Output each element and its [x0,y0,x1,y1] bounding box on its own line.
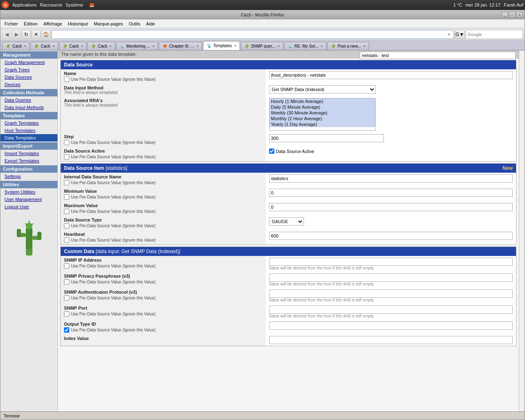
tab-label-7: Templates [213,43,232,48]
menu-affichage[interactable]: Affichage [41,21,65,27]
reload-button[interactable]: ↻ [22,30,31,39]
menu-aide[interactable]: Aide [144,21,158,27]
ds-active-status-checkbox[interactable] [269,148,274,154]
systeme-menu[interactable]: Système [66,2,83,7]
snmp-ip-checkbox[interactable] [64,263,69,269]
tab-cacti-1[interactable]: 🌵 Cacti × [2,42,30,50]
max-checkbox[interactable] [64,209,69,214]
max-input[interactable] [269,203,513,211]
sidebar-item-devices[interactable]: Devices [0,81,57,88]
tab-re[interactable]: 📡 RE: My Sol... × [284,42,326,50]
tab-close-3[interactable]: × [81,44,83,48]
tab-snmp[interactable]: 🌵 SNMP quer... × [241,42,283,50]
sidebar-item-settings[interactable]: Settings [0,173,57,180]
sidebar-item-import-templates[interactable]: Import Templates [0,150,57,157]
dst-select[interactable]: GAUGE COUNTER DERIVE ABSOLUTE [269,217,304,226]
stop-button[interactable]: ✕ [32,30,41,39]
ds-active-checkbox[interactable] [64,154,69,160]
menu-edition[interactable]: Édition [21,21,40,27]
sidebar-item-export-templates[interactable]: Export Templates [0,157,57,164]
menu-fichier[interactable]: Fichier [2,21,21,27]
output-type-label: Output Type ID [64,322,262,326]
raccourcis-menu[interactable]: Raccourcis [40,2,62,7]
sidebar-item-system-utilities[interactable]: System Utilities [0,188,57,196]
url-input[interactable]: http://localhost/cacti/data_templates.ph… [54,32,447,37]
menu-marque-pages[interactable]: Marque-pages [91,21,126,27]
window-controls[interactable]: _ □ × [502,12,523,18]
status-text: Terminé [4,413,20,418]
tab-close-5[interactable]: × [153,44,155,48]
tab-close-10[interactable]: × [363,44,365,48]
snmp-ip-input[interactable] [269,258,513,266]
sidebar-item-data-sources[interactable]: Data Sources [0,73,57,81]
snmp-auth-input[interactable] [269,290,513,298]
snmp-ip-label: SNMP IP Address [64,258,262,262]
dsi-new-link[interactable]: New [502,165,513,171]
go-button[interactable]: G▼ [455,30,465,39]
tab-monitoring[interactable]: 📡 Monitoring ... × [116,42,158,50]
tab-cacti-4[interactable]: 🌵 Cacti × [87,42,115,50]
menu-outils[interactable]: Outils [126,21,143,27]
output-type-checkbox[interactable] [64,327,69,333]
tab-icon-5: 📡 [120,44,125,48]
maximize-button[interactable]: □ [509,12,516,18]
snmp-port-input[interactable] [269,306,513,314]
idsn-input[interactable] [269,174,513,183]
min-input[interactable] [269,189,513,197]
step-input[interactable] [269,134,384,142]
sidebar-item-graph-trees[interactable]: Graph Trees [0,66,57,73]
snmp-auth-checkbox[interactable] [64,295,69,301]
sidebar-item-logout[interactable]: Logout User [0,203,57,210]
name-checkbox[interactable] [64,77,69,82]
output-type-input[interactable] [269,322,513,330]
data-source-section: Data Source Name Use Per-Data Source Val… [60,60,516,162]
snmp-port-checkbox[interactable] [64,311,69,317]
rra-listbox[interactable]: Hourly (1 Minute Average) Daily (5 Minut… [269,98,376,131]
tab-close-9[interactable]: × [321,44,323,48]
index-value-input[interactable] [269,336,513,344]
idsn-checkbox[interactable] [64,180,69,185]
dst-checkbox[interactable] [64,223,69,228]
snmp-port-label: SNMP Port [64,306,262,310]
tab-close-8[interactable]: × [278,44,280,48]
minimize-button[interactable]: _ [502,12,508,18]
tab-close-7[interactable]: × [234,44,236,48]
url-bar[interactable]: http://localhost/cacti/data_templates.ph… [51,30,454,39]
sidebar-item-data-input-methods[interactable]: Data Input Methods [0,104,57,111]
tab-chapter[interactable]: 🦊 Chapter III: ... × [159,42,202,50]
sidebar-item-host-templates[interactable]: Host Templates [0,127,57,134]
sidebar-item-graph-management[interactable]: Graph Management [0,59,57,66]
sidebar-section-import: Import/Export [0,142,57,150]
snmp-privacy-input[interactable] [269,274,513,282]
hb-input[interactable] [269,232,513,240]
tab-post[interactable]: 🌵 Post a new... × [327,42,369,50]
dim-select[interactable]: Get SNMP Data (Indexed) Get SNMP Data Sc… [269,85,376,94]
tab-close-4[interactable]: × [110,44,112,48]
tab-cacti-2[interactable]: 🌵 Cacti × [30,42,58,50]
name-input[interactable] [269,71,513,79]
min-checkbox[interactable] [64,194,69,200]
data-source-item-section: Data Source Item [statistics] New Intern… [60,163,516,245]
search-input[interactable] [468,32,524,37]
close-button[interactable]: × [516,12,523,18]
forward-button[interactable]: ▶ [12,30,21,39]
sidebar-item-user-management[interactable]: User Management [0,196,57,203]
home-button[interactable]: 🏠 [41,30,50,39]
hb-checkbox[interactable] [64,237,69,243]
tab-cacti-3[interactable]: 🌵 Cacti × [59,42,87,50]
applications-menu[interactable]: Applications [12,2,37,7]
sidebar-item-graph-templates[interactable]: Graph Templates [0,119,57,127]
back-button[interactable]: ◀ [2,30,11,39]
snmp-privacy-checkbox[interactable] [64,279,69,285]
sidebar-item-data-queries[interactable]: Data Queries [0,96,57,104]
search-bar[interactable]: 🔍 [466,30,523,39]
template-name-input[interactable] [360,52,516,59]
tab-close-1[interactable]: × [24,44,26,48]
tab-close-6[interactable]: × [196,44,199,48]
tab-templates[interactable]: 📡 Templates × [203,41,240,50]
step-checkbox[interactable] [64,140,69,145]
tab-close-2[interactable]: × [52,44,55,48]
sidebar-item-data-templates[interactable]: Data Templates [0,134,57,142]
idsn-row: Internal Data Source Name Use Per-Data S… [61,173,516,187]
menu-historique[interactable]: Historique [65,21,91,27]
